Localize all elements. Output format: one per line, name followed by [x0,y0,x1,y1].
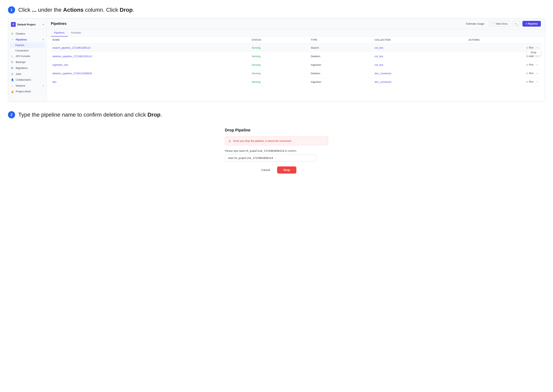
col-header-type: Type [309,36,373,43]
pipeline-status-cell: Serving [250,61,309,69]
step1-circle: 1 [8,6,15,14]
confirm-text: Please type search_pipeline_172196102611… [225,149,328,152]
clusters-icon: ⊙ [11,32,14,35]
pipeline-name-cell: deletion_pipeline_1720411590638 [51,69,250,78]
pipeline-name-link[interactable]: ingestion_doc [52,63,68,66]
pipeline-type-cell: Ingestion [309,61,373,69]
sidebar-sub-connectors-label: Connectors [15,49,28,52]
pipeline-collection-cell: col_doc [373,52,467,61]
main-header: Pipelines Estimate Usage 📄 View Docs >_ … [47,19,545,29]
more-button-4[interactable]: ··· [535,71,539,76]
tab-pipelines[interactable]: Pipelines [51,29,68,36]
collection-link[interactable]: doc_connector [375,80,392,84]
drop-menu-item[interactable]: Drop [527,49,541,56]
step2-text: Type the pipeline name to confirm deleti… [18,112,162,118]
collection-link[interactable]: col_doc [375,46,384,49]
sidebar-item-network[interactable]: ↔ Network ▾ [8,83,47,89]
step2-header: 2 Type the pipeline name to confirm dele… [8,111,545,118]
sidebar-item-collaborators-label: Collaborators [16,78,31,81]
sidebar-item-migrations-label: Migrations [16,67,28,70]
sidebar-item-pipelines[interactable]: → Pipelines ▾ [8,36,47,42]
pipeline-name-link[interactable]: search_pipeline_1721961026114 [52,46,91,49]
pipeline-status-cell: Serving [250,52,309,61]
sidebar-item-project-alerts-label: Project Alerts [16,90,31,93]
col-header-collection: Collection [373,36,467,43]
collection-link[interactable]: doc_connector [375,72,392,75]
step1-text: Click ... under the Actions column. Clic… [18,7,134,13]
drop-pipeline-card: Drop Pipeline ⚠ Once you drop the pipeli… [225,123,328,178]
pipeline-type-cell: Search [309,43,373,52]
table-row: search_pipeline_1721961026114 Serving Se… [51,43,541,52]
modal-actions: Cancel Drop [225,166,328,174]
sidebar-item-migrations[interactable]: ⊞ Migrations [8,65,47,71]
row5-actions: ▷ Run ··· [469,80,539,84]
warning-box: ⚠ Once you drop the pipeline, it cannot … [225,136,328,145]
sidebar-item-clusters[interactable]: ⊙ Clusters [8,31,47,36]
pipeline-name-link[interactable]: deletion_pipeline_1721961026114 [52,55,92,58]
pipeline-name-link[interactable]: doc [52,80,57,84]
pipelines-table: Name Status Type Collection Actions sear… [51,36,541,86]
api-console-icon: >_ [11,55,14,58]
status-badge: Serving [252,72,260,75]
view-docs-label: View Docs [496,22,508,25]
more-button-3[interactable]: ··· [535,63,539,67]
pipeline-name-link[interactable]: deletion_pipeline_1720411590638 [52,72,92,75]
jobs-icon: ◷ [11,72,14,76]
doc-icon: 📄 [491,22,494,25]
tab-activities[interactable]: Activities [68,29,84,36]
collection-link[interactable]: col_doc [375,55,384,58]
sidebar-sub-item-connectors[interactable]: Connectors [8,48,47,53]
pipelines-chevron: ▾ [43,38,44,41]
confirm-pipeline-input[interactable] [225,154,316,162]
step1-header: 1 Click ... under the Actions column. Cl… [8,6,545,14]
sidebar-logo: D [11,22,16,27]
drop-bold-1: Drop [119,7,133,13]
row3-actions: ▷ Run ··· [469,63,539,67]
pipeline-name-cell: search_pipeline_1721961026114 [51,43,250,52]
pipeline-type-cell: Deletion [309,52,373,61]
add-pipeline-button[interactable]: + Pipeline [522,21,541,27]
pipeline-name-cell: deletion_pipeline_1721961026114 [51,52,250,61]
pipeline-collection-cell: doc_connector [373,69,467,78]
project-alerts-icon: 🔔 [11,90,14,93]
row4-actions: ▷ Run ··· [469,71,539,76]
pipeline-name-code: search_pipeline_1721961026114 [239,149,284,152]
drop-button[interactable]: Drop [277,166,296,174]
sidebar-item-jobs[interactable]: ◷ Jobs [8,71,47,77]
step2-drop-bold: Drop [147,112,161,118]
view-docs-button[interactable]: 📄 View Docs [489,21,510,27]
pipeline-collection-cell: doc_connector [373,78,467,86]
more-button-5[interactable]: ··· [535,80,539,84]
run-button-3[interactable]: ▷ Run [527,63,533,66]
sidebar-item-backups-label: Backups [16,61,26,63]
status-badge: Serving [252,63,260,66]
pipeline-name-cell: ingestion_doc [51,61,250,69]
pipeline-actions-cell: ▷ Run ··· [467,61,541,69]
terminal-button[interactable]: >_ [513,21,520,27]
collaborators-icon: 👤 [11,78,14,81]
estimate-usage-button[interactable]: Estimate Usage [464,21,486,26]
sidebar-item-jobs-label: Jobs [16,72,21,76]
sidebar-header[interactable]: D Default Project ▾ [8,20,47,29]
run-button-1[interactable]: ▷ Run [527,46,533,49]
pipeline-collection-cell: col_doc [373,61,467,69]
run-button-5[interactable]: ▷ Run [527,80,533,83]
collection-link[interactable]: col_doc [375,63,384,66]
table-row: deletion_pipeline_1720411590638 Serving … [51,69,541,78]
sidebar-item-project-alerts[interactable]: 🔔 Project Alerts [8,89,47,94]
cancel-button[interactable]: Cancel [257,166,275,174]
sidebar-item-backups[interactable]: ⊡ Backups [8,59,47,65]
step2-circle: 2 [8,111,15,118]
pipeline-status-cell: Serving [250,69,309,78]
table-row: ingestion_doc Serving Ingestion col_doc … [51,61,541,69]
pipeline-collection-cell: col_doc [373,43,467,52]
run-button-4[interactable]: ▷ Run [527,72,533,75]
sidebar-item-api-console[interactable]: >_ API Console [8,53,47,59]
sidebar-project-name: Default Project [17,23,41,26]
status-badge: Serving [252,80,260,84]
main-content: Pipelines Estimate Usage 📄 View Docs >_ … [47,19,545,101]
pipeline-status-cell: Serving [250,43,309,52]
sidebar-item-collaborators[interactable]: 👤 Collaborators [8,77,47,83]
sidebar: D Default Project ▾ ⊙ Clusters → Pipelin… [8,19,47,101]
sidebar-sub-item-pipeline[interactable]: Pipeline [10,42,45,48]
